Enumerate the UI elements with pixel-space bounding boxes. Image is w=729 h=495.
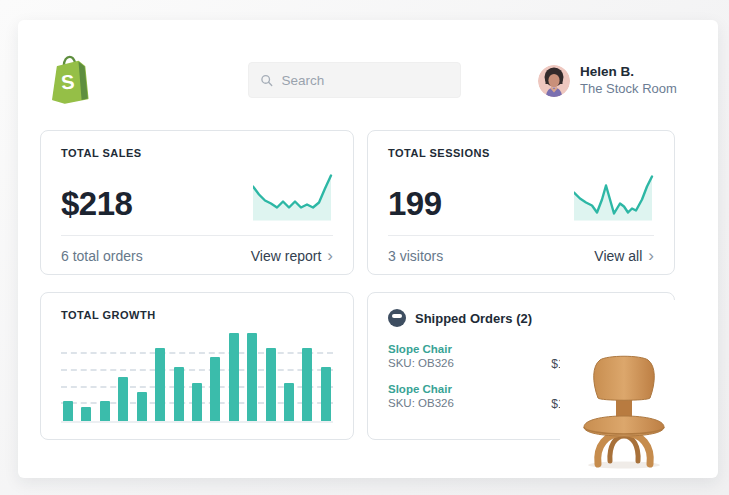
package-icon: [388, 309, 406, 327]
view-all-link[interactable]: View all ›: [594, 247, 654, 264]
chevron-right-icon: ›: [648, 247, 654, 264]
order-detail-row: SKU: OB326 $149: [388, 397, 578, 411]
total-sales-value-row: $218: [61, 172, 333, 222]
total-sales-sparkline: [253, 172, 333, 222]
order-sku: SKU: OB326: [388, 357, 454, 371]
total-sessions-card: TOTAL SESSIONS 199 3 visitors View all ›: [367, 130, 675, 275]
growth-bars: [63, 333, 331, 421]
shopify-logo-icon[interactable]: S: [48, 55, 92, 105]
total-sales-subtitle: 6 total orders: [61, 248, 143, 264]
divider: [388, 235, 654, 236]
order-detail-row: SKU: OB326 $149: [388, 357, 578, 371]
dashboard-panel: S: [18, 20, 718, 478]
list-item: Slope Chair SKU: OB326 $149: [388, 343, 578, 371]
order-sku: SKU: OB326: [388, 397, 454, 411]
avatar[interactable]: [538, 65, 570, 97]
view-all-label: View all: [594, 248, 642, 264]
product-photo-chair: [560, 300, 700, 470]
chair-image: [560, 300, 700, 470]
total-sales-footer: 6 total orders View report ›: [61, 247, 333, 264]
search-icon: [261, 74, 273, 87]
growth-bar: [321, 367, 331, 421]
shipped-order-list: Slope Chair SKU: OB326 $149 Slope Chair …: [388, 343, 578, 411]
user-store-name: The Stock Room: [580, 81, 677, 97]
growth-bar: [192, 383, 202, 421]
avatar-image: [538, 65, 570, 97]
view-report-label: View report: [251, 248, 322, 264]
divider: [61, 235, 333, 236]
search-input[interactable]: [282, 73, 448, 88]
total-sessions-footer: 3 visitors View all ›: [388, 247, 654, 264]
growth-bar: [174, 367, 184, 421]
growth-bar: [63, 401, 73, 421]
list-item: Slope Chair SKU: OB326 $149: [388, 383, 578, 411]
page-background: S: [0, 0, 729, 495]
total-sales-value: $218: [61, 187, 132, 222]
chevron-right-icon: ›: [327, 247, 333, 264]
total-sales-title: TOTAL SALES: [61, 147, 333, 159]
order-product-link[interactable]: Slope Chair: [388, 343, 578, 355]
growth-bar: [155, 348, 165, 421]
total-growth-title: TOTAL GROWTH: [61, 309, 333, 321]
growth-bar: [247, 333, 257, 421]
user-chip: Helen B. The Stock Room: [538, 64, 677, 97]
total-sessions-subtitle: 3 visitors: [388, 248, 443, 264]
total-sessions-value: 199: [388, 187, 442, 222]
growth-bar: [302, 348, 312, 421]
user-name: Helen B.: [580, 64, 677, 81]
shipped-orders-title: Shipped Orders (2): [415, 311, 532, 326]
growth-bar: [284, 383, 294, 421]
growth-bar: [100, 401, 110, 421]
logo-letter: S: [60, 70, 75, 93]
total-growth-chart: [61, 333, 333, 423]
view-report-link[interactable]: View report ›: [251, 247, 333, 264]
growth-bar: [266, 348, 276, 421]
growth-bar: [81, 407, 91, 421]
total-growth-card: TOTAL GROWTH: [40, 292, 354, 440]
growth-bar: [118, 377, 128, 421]
total-sales-card: TOTAL SALES $218 6 total orders View rep…: [40, 130, 354, 275]
growth-bar: [210, 357, 220, 421]
growth-bar: [137, 392, 147, 421]
growth-bar: [229, 333, 239, 421]
total-sessions-title: TOTAL SESSIONS: [388, 147, 654, 159]
order-product-link[interactable]: Slope Chair: [388, 383, 578, 395]
user-text: Helen B. The Stock Room: [580, 64, 677, 97]
total-sessions-sparkline: [574, 172, 654, 222]
total-sessions-value-row: 199: [388, 172, 654, 222]
search-box[interactable]: [248, 62, 461, 98]
